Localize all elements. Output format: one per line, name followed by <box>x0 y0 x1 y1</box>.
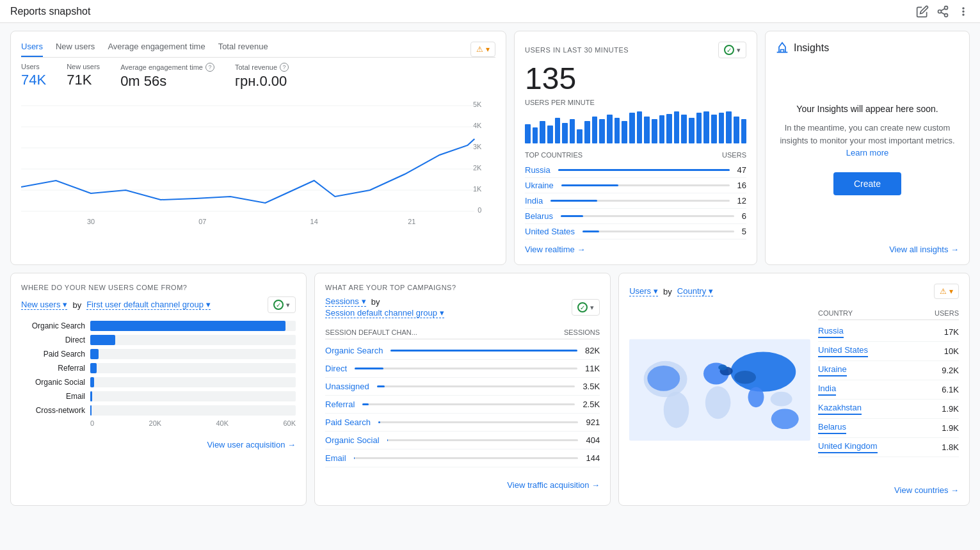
sessions-value: 144 <box>586 453 600 463</box>
metric-new-users-value: 71K <box>67 72 100 88</box>
channel-group-select[interactable]: Session default channel group ▾ <box>325 308 444 318</box>
avg-info-icon[interactable]: ? <box>205 63 214 72</box>
acquisition-bar-row: Paid Search <box>21 349 296 359</box>
bar-label: Organic Search <box>21 321 85 330</box>
map-table-body: Russia 17K United States 10K Ukraine 9.2… <box>818 323 959 457</box>
svg-point-34 <box>718 364 727 370</box>
users-chart: 5K 4K 3K 2K 1K 0 30 <box>21 97 495 225</box>
map-table-row: Belarus 1.9K <box>818 419 959 438</box>
filter-metric-label: New users <box>21 300 60 309</box>
channel-name[interactable]: Email <box>325 453 346 463</box>
map-country-name[interactable]: United Kingdom <box>818 441 878 451</box>
map-col-country: COUNTRY <box>818 309 853 317</box>
bar-fill <box>90 335 115 345</box>
svg-point-0 <box>945 6 948 9</box>
country-name[interactable]: India <box>525 196 543 206</box>
country-count: 47 <box>737 165 746 175</box>
minute-bar <box>562 123 568 143</box>
sessions-metric-select[interactable]: Sessions ▾ <box>325 296 366 307</box>
acquisition-dimension-select[interactable]: First user default channel group ▾ <box>86 300 211 310</box>
map-bar-line <box>818 433 846 434</box>
channel-name[interactable]: Organic Social <box>325 435 380 445</box>
country-name[interactable]: Ukraine <box>525 181 554 190</box>
create-insights-button[interactable]: Create <box>833 172 901 195</box>
map-country-name[interactable]: Belarus <box>818 422 846 432</box>
map-country-name[interactable]: Russia <box>818 326 844 336</box>
channel-name[interactable]: Paid Search <box>325 417 371 427</box>
bar-track <box>90 405 296 416</box>
country-bar-wrap <box>561 184 730 186</box>
map-users-value: 1.8K <box>942 442 959 452</box>
world-map <box>629 307 810 475</box>
campaigns-card: WHAT ARE YOUR TOP CAMPAIGNS? Sessions ▾ … <box>314 273 611 506</box>
metric-avg-value: 0m 56s <box>120 73 214 90</box>
svg-line-3 <box>941 12 945 14</box>
tab-avg-engagement[interactable]: Average engagement time <box>108 42 205 57</box>
warning-button[interactable]: ⚠ ▾ <box>470 42 495 57</box>
bar-track <box>90 335 296 345</box>
view-traffic-acquisition-link[interactable]: View traffic acquisition → <box>507 480 600 490</box>
map-users-value: 6.1K <box>942 385 959 394</box>
channel-name[interactable]: Organic Search <box>325 346 383 355</box>
tab-users[interactable]: Users <box>21 42 43 57</box>
country-row: United States 5 <box>525 224 746 239</box>
sessions-label: Sessions <box>325 296 359 306</box>
channel-name[interactable]: Referral <box>325 400 355 409</box>
metric-tabs: Users New users Average engagement time … <box>21 42 495 58</box>
minute-bar <box>741 119 747 143</box>
channel-bar-wrap <box>362 403 575 405</box>
bar-label: Organic Social <box>21 378 85 387</box>
tab-total-revenue[interactable]: Total revenue <box>218 42 268 57</box>
minute-bar <box>525 124 531 143</box>
minute-bar <box>599 119 605 143</box>
view-countries-link[interactable]: View countries → <box>894 485 959 495</box>
acquisition-section-title: WHERE DO YOUR NEW USERS COME FROM? <box>21 284 296 291</box>
revenue-info-icon[interactable]: ? <box>280 63 289 72</box>
channel-bar-wrap <box>355 368 577 369</box>
bottom-row: WHERE DO YOUR NEW USERS COME FROM? New u… <box>10 273 970 506</box>
map-warning-button[interactable]: ⚠ ▾ <box>934 284 959 299</box>
map-country-name[interactable]: Kazakhstan <box>818 403 862 412</box>
share-icon[interactable] <box>936 5 949 18</box>
acquisition-status-btn[interactable]: ▾ <box>268 296 296 313</box>
map-country-name[interactable]: India <box>818 384 836 393</box>
tab-new-users[interactable]: New users <box>56 42 95 57</box>
country-row: Ukraine 16 <box>525 178 746 193</box>
map-bar-line <box>818 337 844 338</box>
map-country-select[interactable]: Country ▾ <box>677 286 714 296</box>
acquisition-bar-row: Direct <box>21 335 296 345</box>
view-all-insights-row: View all insights → <box>776 239 959 254</box>
bar-fill <box>90 321 285 331</box>
acquisition-filter-row: New users ▾ by First user default channe… <box>21 296 296 313</box>
channel-name[interactable]: Direct <box>325 364 347 373</box>
minute-bar <box>666 114 672 143</box>
acquisition-metric-select[interactable]: New users ▾ <box>21 300 67 310</box>
view-realtime-link[interactable]: View realtime → <box>525 245 746 254</box>
view-user-acquisition-link[interactable]: View user acquisition → <box>207 440 296 449</box>
bar-label: Paid Search <box>21 350 85 359</box>
svg-point-1 <box>938 10 942 13</box>
map-users-value: 17K <box>944 327 959 337</box>
map-country-name[interactable]: Ukraine <box>818 364 847 374</box>
country-name[interactable]: United States <box>525 227 575 236</box>
filter-dropdown-arrow: ▾ <box>63 300 67 309</box>
map-header: Users ▾ by Country ▾ ⚠ ▾ <box>629 284 959 299</box>
realtime-status-button[interactable]: ▾ <box>718 42 746 58</box>
bar-track <box>90 377 296 387</box>
svg-text:May: May <box>196 225 209 225</box>
learn-more-link[interactable]: Learn more <box>846 148 888 158</box>
minute-bar <box>696 113 702 143</box>
channel-name[interactable]: Unassigned <box>325 382 369 391</box>
map-users-select[interactable]: Users ▾ <box>629 286 658 296</box>
campaigns-status-btn[interactable]: ▾ <box>572 299 600 316</box>
more-icon[interactable] <box>957 5 970 18</box>
view-all-insights-link[interactable]: View all insights → <box>889 245 959 254</box>
country-name[interactable]: Russia <box>525 165 550 175</box>
country-name[interactable]: Belarus <box>525 211 553 221</box>
channel-bar <box>362 403 369 405</box>
svg-text:2K: 2K <box>473 165 481 172</box>
metric-users-label: Users <box>21 63 46 70</box>
edit-icon[interactable] <box>916 5 929 18</box>
minute-bar <box>570 119 575 143</box>
map-country-name[interactable]: United States <box>818 345 868 355</box>
